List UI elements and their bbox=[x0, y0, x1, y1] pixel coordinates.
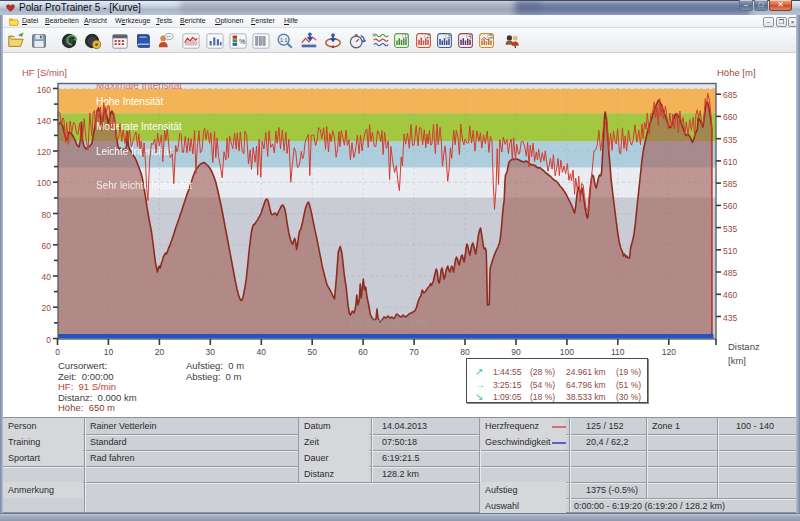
svg-text:30: 30 bbox=[206, 347, 216, 357]
svg-text:1: 1 bbox=[404, 34, 407, 39]
svg-text:610: 610 bbox=[723, 157, 737, 167]
svg-text:Maximale Intensität: Maximale Intensität bbox=[96, 80, 182, 91]
svg-text:20: 20 bbox=[42, 303, 52, 313]
svg-text:20: 20 bbox=[155, 347, 165, 357]
svg-text:Moderate Intensität: Moderate Intensität bbox=[96, 121, 182, 132]
svg-text:%: % bbox=[372, 33, 376, 38]
svg-text:10: 10 bbox=[104, 347, 114, 357]
svg-text:660: 660 bbox=[723, 112, 737, 122]
svg-text:3: 3 bbox=[447, 34, 450, 39]
svg-text:0: 0 bbox=[55, 347, 60, 357]
svg-text:485: 485 bbox=[723, 268, 737, 278]
svg-text:80: 80 bbox=[460, 347, 470, 357]
svg-text:Hohe Intensität: Hohe Intensität bbox=[96, 96, 163, 107]
svg-text:685: 685 bbox=[723, 90, 737, 100]
svg-text:560: 560 bbox=[723, 201, 737, 211]
svg-text:535: 535 bbox=[723, 224, 737, 234]
svg-text:120: 120 bbox=[37, 147, 51, 157]
svg-text:Sehr leichte Intensität: Sehr leichte Intensität bbox=[96, 180, 192, 191]
svg-text:100: 100 bbox=[37, 178, 51, 188]
svg-text:0: 0 bbox=[46, 335, 51, 345]
svg-text:585: 585 bbox=[723, 179, 737, 189]
svg-text:635: 635 bbox=[723, 135, 737, 145]
svg-text:100: 100 bbox=[560, 347, 574, 357]
svg-text:435: 435 bbox=[723, 313, 737, 323]
svg-text:40: 40 bbox=[257, 347, 267, 357]
svg-text:510: 510 bbox=[723, 246, 737, 256]
svg-text:80: 80 bbox=[42, 210, 52, 220]
svg-text:5: 5 bbox=[489, 34, 492, 39]
svg-text:%: % bbox=[239, 37, 246, 46]
svg-text:Leichte Intensität: Leichte Intensität bbox=[96, 146, 172, 157]
svg-text:4: 4 bbox=[468, 34, 471, 39]
svg-text:125 S/min 126.6 km: 125 S/min 126.6 km bbox=[349, 317, 429, 327]
svg-text:60: 60 bbox=[358, 347, 368, 357]
svg-text:50: 50 bbox=[307, 347, 317, 357]
svg-text:1:1: 1:1 bbox=[280, 37, 287, 43]
svg-text:70: 70 bbox=[409, 347, 419, 357]
svg-text:160: 160 bbox=[37, 85, 51, 95]
svg-text:40: 40 bbox=[42, 272, 52, 282]
svg-text:460: 460 bbox=[723, 290, 737, 300]
svg-text:110: 110 bbox=[611, 347, 625, 357]
svg-text:120: 120 bbox=[662, 347, 676, 357]
svg-text:60: 60 bbox=[42, 241, 52, 251]
svg-text:90: 90 bbox=[511, 347, 521, 357]
svg-text:140: 140 bbox=[37, 116, 51, 126]
svg-text:2: 2 bbox=[426, 34, 429, 39]
